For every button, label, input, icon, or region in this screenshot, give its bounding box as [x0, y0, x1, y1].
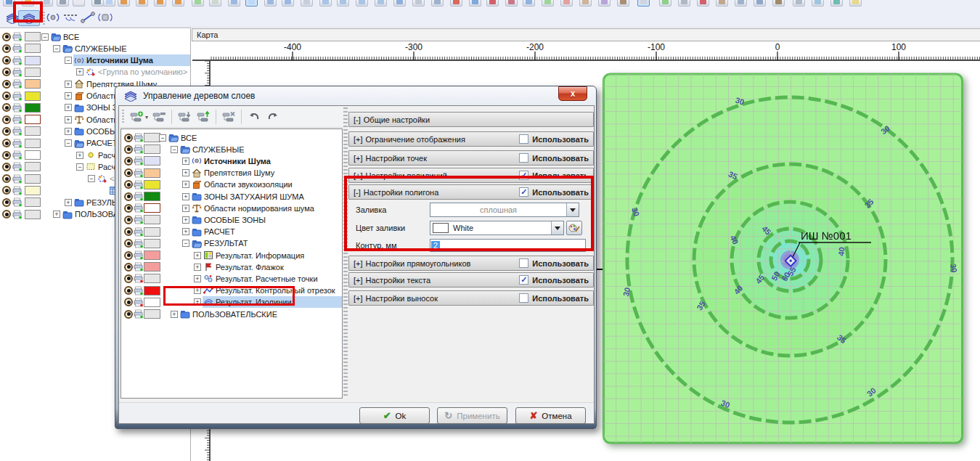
- tree-row[interactable]: −РЕЗУЛЬТАТ: [121, 237, 342, 250]
- section-toggle[interactable]: [+]: [354, 294, 363, 303]
- section-header[interactable]: [+] Настройки выносокИспользовать: [348, 290, 594, 306]
- tree-row-label[interactable]: Области звукоизоляции: [204, 180, 293, 189]
- layer-color-swatch[interactable]: [144, 144, 160, 154]
- toolbar-icon-clipped[interactable]: [375, 0, 387, 7]
- expand-box[interactable]: +: [194, 298, 201, 306]
- printer-icon[interactable]: [134, 168, 144, 178]
- toolbar-icon-clipped[interactable]: [22, 0, 34, 7]
- tree-row-label[interactable]: ОСОБЫЕ ЗОНЫ: [204, 216, 266, 224]
- expand-box[interactable]: +: [76, 68, 83, 76]
- area-source-tool[interactable]: [97, 10, 113, 26]
- expand-box[interactable]: +: [65, 92, 72, 99]
- printer-icon[interactable]: [134, 262, 144, 272]
- layer-color-swatch[interactable]: [144, 203, 160, 213]
- toolbar-icon-clipped[interactable]: [209, 0, 221, 7]
- use-option[interactable]: Использовать: [519, 258, 589, 268]
- checkbox-unchecked-icon[interactable]: [519, 134, 528, 144]
- collapse-box[interactable]: −: [41, 33, 49, 41]
- visibility-eye-icon[interactable]: [124, 168, 133, 177]
- visibility-eye-icon[interactable]: [124, 180, 133, 189]
- checkbox-unchecked-icon[interactable]: [519, 293, 528, 303]
- checkbox-checked-icon[interactable]: ✓: [519, 275, 528, 285]
- printer-icon[interactable]: [12, 32, 23, 41]
- visibility-eye-icon[interactable]: [2, 186, 11, 195]
- expand-box[interactable]: +: [194, 275, 201, 282]
- tree-row-label[interactable]: Результат. Расчетные точки: [216, 274, 318, 283]
- toolbar-icon-clipped[interactable]: [337, 0, 349, 7]
- toolbar-icon-clipped[interactable]: [659, 0, 671, 7]
- visibility-eye-icon[interactable]: [2, 68, 11, 76]
- layer-color-swatch[interactable]: [25, 32, 41, 41]
- printer-icon[interactable]: [134, 192, 144, 201]
- visibility-eye-icon[interactable]: [2, 91, 11, 100]
- layer-color-swatch[interactable]: [25, 115, 41, 124]
- printer-icon[interactable]: [134, 286, 144, 295]
- tree-row[interactable]: +Результат. Изолинии: [121, 296, 342, 309]
- layer-color-swatch[interactable]: [144, 192, 160, 201]
- visibility-eye-icon[interactable]: [124, 134, 133, 142]
- tree-row-label[interactable]: СЛУЖЕБНЫЕ: [75, 44, 127, 53]
- tree-row[interactable]: +Результат. Флажок: [121, 261, 342, 273]
- expand-box[interactable]: +: [65, 104, 72, 111]
- toolbar-icon-clipped[interactable]: [412, 0, 425, 7]
- outline-width-input[interactable]: 2: [430, 239, 586, 252]
- toolbar-icon-clipped[interactable]: [716, 0, 728, 7]
- collapse-box[interactable]: −: [65, 139, 72, 147]
- toolbar-icon-clipped[interactable]: [118, 0, 130, 7]
- layer-color-swatch[interactable]: [144, 156, 160, 166]
- printer-icon[interactable]: [12, 162, 23, 171]
- visibility-eye-icon[interactable]: [124, 310, 133, 319]
- visibility-eye-icon[interactable]: [2, 198, 11, 207]
- expand-box[interactable]: +: [182, 169, 189, 176]
- fill-style-dropdown[interactable]: сплошная: [430, 203, 579, 217]
- printer-icon[interactable]: [134, 250, 144, 260]
- printer-icon[interactable]: [134, 298, 144, 307]
- printer-icon[interactable]: [12, 79, 23, 89]
- toolbar-icon-clipped[interactable]: [91, 0, 104, 7]
- toolbar-icon-clipped[interactable]: [579, 0, 592, 7]
- ok-button[interactable]: ✔ Ok: [359, 407, 430, 424]
- printer-icon[interactable]: [134, 274, 144, 283]
- tree-row[interactable]: +Препятствия Шуму: [121, 167, 342, 179]
- visibility-eye-icon[interactable]: [2, 80, 11, 89]
- layer-color-swatch[interactable]: [25, 150, 41, 160]
- visibility-eye-icon[interactable]: [2, 139, 11, 147]
- visibility-eye-icon[interactable]: [124, 192, 133, 201]
- layer-color-swatch[interactable]: [25, 210, 41, 219]
- toolbar-icon-clipped[interactable]: [393, 0, 406, 7]
- tree-row-label[interactable]: Источники Шума: [204, 157, 271, 166]
- layer-color-swatch[interactable]: [144, 133, 160, 142]
- toolbar-icon-clipped[interactable]: [812, 0, 824, 7]
- layer-color-swatch[interactable]: [144, 298, 160, 307]
- tree-row[interactable]: −ВСЕ: [0, 30, 190, 43]
- printer-icon[interactable]: [12, 91, 23, 101]
- toolbar-icon-clipped[interactable]: [450, 0, 462, 7]
- expand-box[interactable]: +: [182, 205, 189, 212]
- move-node-down-button[interactable]: [176, 109, 192, 125]
- toolbar-icon-clipped[interactable]: [136, 0, 148, 7]
- visibility-eye-icon[interactable]: [2, 33, 11, 41]
- layer-color-swatch[interactable]: [25, 56, 41, 65]
- tree-row[interactable]: +ОСОБЫЕ ЗОНЫ: [121, 213, 342, 226]
- tree-row[interactable]: +<Группа по умолчанию>: [0, 66, 190, 78]
- layer-color-swatch[interactable]: [144, 239, 160, 248]
- tree-row[interactable]: +ПОЛЬЗОВАТЕЛЬСКИЕ: [121, 308, 342, 320]
- toolbar-icon-clipped[interactable]: [617, 0, 629, 7]
- section-header[interactable]: [+] Настройки прямоугольниковИспользоват…: [348, 256, 594, 271]
- cancel-button[interactable]: ✘ Отмена: [515, 407, 586, 424]
- map-plot[interactable]: 30303030303030353535354040404545505560ИШ…: [603, 73, 969, 450]
- printer-icon[interactable]: [12, 56, 23, 65]
- toolbar-icon-clipped[interactable]: [319, 0, 332, 7]
- collapse-box[interactable]: −: [76, 163, 83, 171]
- undo-button[interactable]: [246, 109, 262, 125]
- toolbar-icon-clipped[interactable]: [735, 0, 747, 7]
- visibility-eye-icon[interactable]: [124, 216, 133, 224]
- toolbar-icon-clipped[interactable]: [678, 0, 690, 7]
- tree-row-label[interactable]: <Группа по умолчанию>: [98, 68, 187, 76]
- expand-box[interactable]: +: [65, 116, 72, 123]
- printer-icon[interactable]: [12, 197, 23, 207]
- printer-icon[interactable]: [134, 239, 144, 248]
- toolbar-icon-clipped[interactable]: [697, 0, 709, 7]
- layer-color-swatch[interactable]: [25, 174, 41, 184]
- visibility-eye-icon[interactable]: [2, 115, 11, 124]
